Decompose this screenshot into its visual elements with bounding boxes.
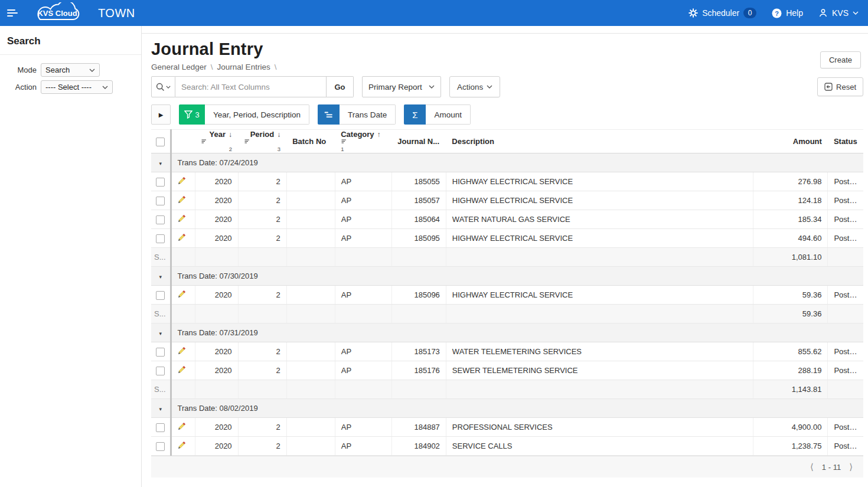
- row-checkbox[interactable]: [156, 423, 165, 432]
- hamburger-menu-icon[interactable]: [7, 5, 24, 21]
- cell-year: [195, 305, 238, 323]
- cell-batch-no: [286, 286, 335, 305]
- pagination-next-button[interactable]: ⟩: [849, 462, 853, 472]
- column-header-period[interactable]: Period↓3: [238, 130, 286, 153]
- brand-logo[interactable]: KVS Cloud: [30, 2, 86, 24]
- row-checkbox[interactable]: [156, 178, 165, 187]
- sum-edit-cell: [171, 380, 195, 399]
- report-select[interactable]: Primary Report: [362, 76, 441, 97]
- cell-status: Posted: [828, 210, 863, 229]
- chevron-down-icon: [853, 11, 859, 15]
- edit-pencil-icon[interactable]: [177, 365, 187, 374]
- expand-filters-button[interactable]: ▶: [151, 104, 171, 125]
- filter-chip-label: Year, Period, Description: [205, 104, 309, 125]
- edit-pencil-icon[interactable]: [177, 421, 187, 431]
- user-menu[interactable]: KVS: [818, 8, 859, 18]
- edit-pencil-icon[interactable]: [177, 440, 187, 450]
- breadcrumb-item[interactable]: Journal Entries: [217, 63, 270, 71]
- control-break-chip-label: Trans Date: [340, 104, 396, 125]
- cell-period: 2: [238, 286, 286, 305]
- cell-status: Posted: [828, 172, 863, 191]
- sigma-icon: Σ: [404, 104, 426, 125]
- column-header-label: Description: [452, 137, 494, 146]
- row-checkbox[interactable]: [156, 215, 165, 224]
- actions-menu-button[interactable]: Actions: [449, 76, 500, 97]
- column-header-label: Batch No: [292, 137, 326, 146]
- cell-journal-no: 184902: [391, 437, 446, 456]
- pagination-prev-button[interactable]: ⟨: [810, 462, 814, 472]
- cell-category: AP: [335, 286, 391, 305]
- edit-pencil-icon[interactable]: [177, 346, 187, 355]
- edit-pencil-icon[interactable]: [177, 233, 187, 242]
- sum-edit-cell: [171, 305, 195, 323]
- column-header-status[interactable]: Status: [828, 130, 863, 153]
- row-checkbox[interactable]: [156, 291, 165, 300]
- group-toggle-cell: ▾: [151, 399, 171, 418]
- column-header-batch-no[interactable]: Batch No: [286, 130, 335, 153]
- row-edit-cell: [171, 229, 195, 248]
- cell-category: AP: [335, 229, 391, 248]
- column-header-year[interactable]: Year↓2: [195, 130, 238, 153]
- column-header-label: Period: [250, 130, 274, 139]
- grid-row: 20202AP185095HIGHWAY ELECTRICAL SERVICE4…: [151, 229, 863, 248]
- row-checkbox[interactable]: [156, 367, 165, 375]
- cell-amount: 288.19: [753, 361, 828, 380]
- cell-journal-no: 185095: [391, 229, 446, 248]
- create-button[interactable]: Create: [820, 51, 861, 68]
- row-edit-cell: [171, 437, 195, 456]
- search-input[interactable]: [175, 76, 327, 97]
- sort-order-number: 2: [229, 146, 232, 152]
- reset-button[interactable]: Reset: [817, 77, 863, 96]
- action-label: Action: [6, 83, 37, 91]
- cell-amount: 276.98: [753, 172, 828, 191]
- column-header-category[interactable]: Category↑1: [335, 130, 391, 153]
- cell-year: [195, 248, 238, 267]
- control-break-chip[interactable]: Trans Date: [318, 104, 396, 125]
- scheduler-menu[interactable]: Scheduler 0: [688, 8, 756, 18]
- mode-select-value: Search: [45, 66, 70, 74]
- pagination-label: 1 - 11: [822, 463, 841, 472]
- breadcrumb-item[interactable]: General Ledger: [151, 63, 207, 71]
- row-checkbox[interactable]: [156, 197, 165, 205]
- scheduler-label: Scheduler: [702, 8, 739, 18]
- column-header-description[interactable]: Description: [446, 130, 753, 153]
- edit-pencil-icon[interactable]: [177, 176, 187, 185]
- journal-entries-grid: Year↓2Period↓3Batch NoCategory↑1Journal …: [151, 129, 863, 456]
- cell-year: 2020: [195, 342, 238, 361]
- row-checkbox[interactable]: [156, 442, 165, 451]
- cell-category: AP: [335, 418, 391, 437]
- chevron-down-icon: [102, 86, 108, 89]
- filter-chip[interactable]: 3 Year, Period, Description: [179, 104, 309, 125]
- cell-year: 2020: [195, 229, 238, 248]
- action-select[interactable]: ---- Select ----: [41, 80, 113, 94]
- row-checkbox[interactable]: [156, 234, 165, 243]
- collapse-triangle-icon[interactable]: ▾: [159, 331, 162, 336]
- cell-period: [238, 380, 286, 399]
- go-button[interactable]: Go: [327, 76, 354, 97]
- row-select-cell: [151, 210, 171, 229]
- edit-pencil-icon[interactable]: [177, 195, 187, 204]
- cell-year: 2020: [195, 361, 238, 380]
- edit-pencil-icon[interactable]: [177, 289, 187, 299]
- select-all-checkbox[interactable]: [156, 138, 165, 146]
- help-menu[interactable]: ? Help: [772, 8, 803, 18]
- cell-journal-no: 185055: [391, 172, 446, 191]
- sidebar-title: Search: [0, 26, 141, 54]
- mode-select[interactable]: Search: [41, 63, 100, 77]
- row-checkbox[interactable]: [156, 348, 165, 357]
- cell-category: [335, 305, 391, 323]
- report-select-value: Primary Report: [368, 83, 422, 91]
- row-select-cell: [151, 191, 171, 210]
- collapse-triangle-icon[interactable]: ▾: [159, 274, 162, 280]
- sort-desc-icon: ↓: [277, 130, 280, 139]
- search-options-button[interactable]: [151, 76, 175, 97]
- collapse-triangle-icon[interactable]: ▾: [159, 161, 162, 166]
- sum-amount-cell: 1,081.10: [753, 248, 828, 267]
- column-header-journal-n[interactable]: Journal N...: [391, 130, 446, 153]
- column-header-amount[interactable]: Amount: [753, 130, 828, 153]
- edit-pencil-icon[interactable]: [177, 214, 187, 223]
- aggregate-chip[interactable]: Σ Amount: [404, 104, 471, 125]
- collapse-triangle-icon[interactable]: ▾: [159, 406, 162, 412]
- column-header-label: Amount: [793, 137, 822, 146]
- cell-batch-no: [286, 418, 335, 437]
